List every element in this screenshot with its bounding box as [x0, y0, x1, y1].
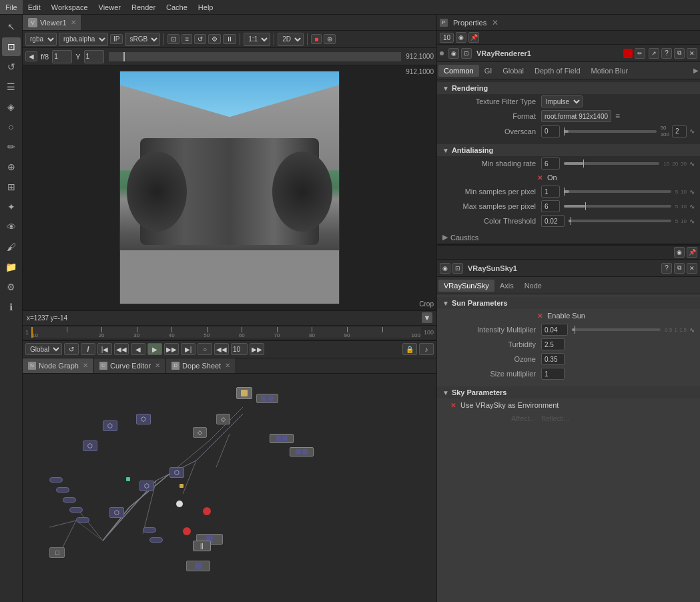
timeline-mode[interactable]: Global [25, 343, 62, 355]
brush-icon[interactable]: 🖌 [2, 238, 21, 256]
end-btn[interactable]: ▶| [181, 343, 196, 355]
viewer1-close[interactable]: ✕ [71, 19, 76, 26]
tabs-arrow[interactable]: ▶ [693, 67, 699, 74]
tab-global[interactable]: Global [497, 65, 529, 77]
menu-help[interactable]: Help [193, 0, 219, 14]
ng-node-9[interactable]: ⬡ [103, 420, 117, 431]
overscan-curve-btn[interactable]: ∿ [689, 127, 695, 135]
ng-node-6[interactable]: ⬡ [139, 481, 154, 491]
node-close-btn[interactable]: ✕ [687, 48, 697, 59]
layers-icon[interactable]: ◈ [2, 97, 21, 116]
arrow-icon[interactable]: ↖ [2, 17, 21, 36]
menu-edit[interactable]: Edit [23, 0, 46, 14]
intensity-input[interactable] [541, 324, 568, 336]
ng-oval-4[interactable] [76, 517, 89, 523]
sunsky-vis-btn2[interactable]: ◉ [440, 263, 450, 274]
pause-btn[interactable]: ⏸ [223, 34, 236, 44]
step-back-btn[interactable]: ◀ [131, 343, 145, 355]
ng-oval-1[interactable] [56, 487, 69, 493]
ng-node-5[interactable]: ⬡ [169, 467, 184, 478]
loop-btn[interactable]: ↺ [64, 343, 79, 355]
fwd10-btn[interactable]: ▶▶ [250, 343, 264, 355]
ng-oval-6[interactable] [143, 527, 156, 533]
menu-render[interactable]: Render [126, 0, 161, 14]
pen-icon[interactable]: ✏ [2, 137, 21, 156]
ng-node-8[interactable]: ⬡ [136, 414, 151, 424]
overscan-max-input[interactable] [672, 125, 687, 137]
ng-node-bottom2[interactable]: □ [49, 547, 65, 558]
eye-icon[interactable]: 👁 [2, 218, 21, 236]
sun-params-header[interactable]: ▼ Sun Parameters [437, 297, 700, 309]
tab-vraysun-sky[interactable]: VRaySun/Sky [438, 280, 494, 292]
loop2-btn[interactable]: ○ [198, 343, 212, 355]
prev-btn[interactable]: ◀◀ [114, 343, 129, 355]
folder-icon[interactable]: 📁 [2, 258, 21, 276]
menu-workspace[interactable]: Workspace [46, 0, 93, 14]
sky-params-header[interactable]: ▼ Sky Parameters [437, 386, 700, 398]
ng-node-7[interactable]: ⬡ [109, 507, 124, 518]
tab-node-graph[interactable]: N Node Graph ✕ [23, 358, 94, 373]
tab-axis[interactable]: Axis [494, 280, 519, 292]
sunsky-vis-btn[interactable]: ◉ [674, 247, 685, 258]
zoom-select[interactable]: 1:1 [244, 33, 270, 46]
audio-btn[interactable]: ♪ [419, 343, 434, 355]
ng-node-merge1[interactable] [270, 434, 294, 443]
color-pick-btn[interactable]: ⊕ [324, 34, 336, 44]
node-vis-btn[interactable]: ◉ [448, 48, 459, 59]
ozone-input[interactable] [541, 353, 565, 365]
sunsky-pin-btn[interactable]: 📌 [687, 247, 697, 258]
lock-btn[interactable]: 🔒 [402, 343, 417, 355]
menu-viewer[interactable]: Viewer [93, 0, 126, 14]
overscan-input[interactable] [541, 125, 560, 137]
sunsky-float-btn[interactable]: ⧉ [674, 263, 685, 274]
colorspace-select[interactable]: sRGB [125, 33, 160, 46]
format-expand-btn[interactable]: ≡ [615, 111, 620, 121]
menu-cache[interactable]: Cache [161, 0, 193, 14]
ng-oval-3[interactable] [69, 507, 83, 513]
ng-close[interactable]: ✕ [83, 362, 88, 369]
list-icon[interactable]: ☰ [2, 77, 21, 96]
coords-expand-btn[interactable]: ▼ [422, 312, 432, 323]
ng-node-text[interactable]: || [193, 541, 211, 551]
ng-oval-7[interactable] [149, 537, 163, 543]
ng-red-node-2[interactable] [183, 527, 191, 535]
min-shading-curve-btn[interactable]: ∿ [689, 160, 695, 168]
info-icon[interactable]: ℹ [2, 298, 21, 316]
ng-red-node-1[interactable] [203, 507, 211, 515]
alpha-select[interactable]: rgba.alpha [59, 33, 108, 46]
node-enable-dot[interactable] [440, 51, 444, 55]
format-btn[interactable]: ≡ [182, 34, 192, 44]
node-edit-btn[interactable]: ✏ [635, 48, 645, 59]
transform-icon[interactable]: ⊕ [2, 158, 21, 176]
ng-node-merge2[interactable] [290, 447, 314, 457]
prev-frame-btn[interactable]: ◀ [25, 51, 37, 61]
color-threshold-curve-btn[interactable]: ∿ [689, 218, 695, 225]
tab-dof[interactable]: Depth of Field [529, 65, 585, 77]
ng-node-10[interactable]: ⬡ [83, 440, 97, 451]
tab-dope-sheet[interactable]: D Dope Sheet ✕ [166, 358, 236, 373]
viewer-canvas[interactable]: 912,1000 Crop [23, 65, 436, 310]
intensity-curve-btn[interactable]: ∿ [689, 326, 695, 334]
size-mult-input[interactable] [541, 368, 565, 380]
min-samples-curve-btn[interactable]: ∿ [689, 188, 695, 196]
renderer-pin-btn[interactable]: 📌 [468, 32, 479, 43]
channel-select[interactable]: rgba [25, 33, 57, 46]
rotate-icon[interactable]: ↺ [2, 57, 21, 76]
refresh-btn[interactable]: ↺ [194, 34, 206, 44]
sunsky-net-btn[interactable]: ⊡ [452, 263, 463, 274]
color-btn[interactable]: ■ [311, 34, 322, 44]
settings-icon[interactable]: ⚙ [2, 278, 21, 296]
circle-icon[interactable]: ○ [2, 117, 21, 136]
frame-input[interactable] [52, 50, 72, 63]
ng-node-bottom3[interactable] [186, 561, 210, 571]
ng-node-3[interactable]: ◇ [216, 414, 230, 424]
fit-btn[interactable]: ⊡ [167, 34, 180, 44]
y-input[interactable] [84, 50, 104, 63]
tab-common[interactable]: Common [438, 65, 479, 77]
tab-node[interactable]: Node [519, 280, 547, 292]
rendering-section-header[interactable]: ▼ Rendering [437, 82, 700, 94]
viewer-icon[interactable]: ⊡ [2, 37, 21, 56]
color-threshold-input[interactable] [541, 215, 565, 227]
node-arrow-btn[interactable]: ↗ [649, 48, 659, 59]
max-samples-curve-btn[interactable]: ∿ [689, 203, 695, 210]
